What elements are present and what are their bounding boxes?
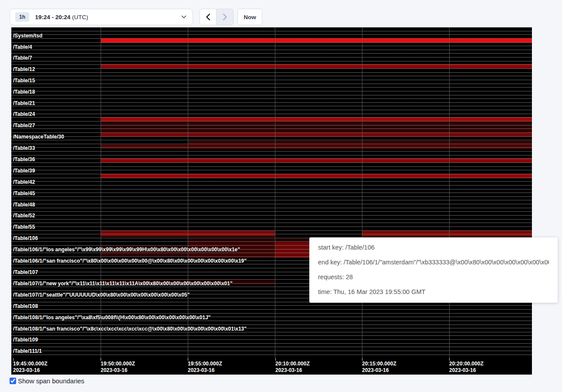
tooltip-requests: requests: 28 [318, 273, 549, 281]
top-boundary-line [11, 27, 532, 27]
span-label: /Table/21 [13, 101, 35, 106]
keyvis-canvas[interactable]: /System/tsd/Table/4/Table/7/Table/12/Tab… [11, 27, 532, 375]
tooltip-time: time: Thu, 16 Mar 2023 19:55:00 GMT [318, 287, 549, 296]
cell-tooltip: start key: /Table/106 end key: /Table/10… [309, 237, 558, 303]
time-nav-group [200, 9, 234, 25]
timezone-label: (UTC) [72, 14, 88, 20]
axis-tick-label: 20:10:00.000Z2023-03-16 [275, 361, 310, 374]
toolbar: 1h 19:24 - 20:24(UTC) Now [0, 0, 562, 27]
time-gridline [362, 27, 362, 358]
time-gridline [449, 27, 450, 358]
footer: Show span boundaries [10, 377, 85, 385]
axis-tick-label: 20:15:00.000Z2023-03-16 [362, 361, 396, 374]
span-label: /Table/18 [13, 89, 35, 95]
span-label: /Table/42 [13, 179, 35, 185]
duration-badge: 1h [15, 12, 29, 22]
span-label: /NamespaceTable/30 [13, 134, 64, 140]
keyvis-heatmap[interactable]: /System/tsd/Table/4/Table/7/Table/12/Tab… [11, 27, 532, 358]
span-label: /Table/106 [13, 236, 38, 241]
span-label: /Table/107 [13, 270, 38, 275]
tooltip-start-key: start key: /Table/106 [318, 243, 549, 252]
time-range-text: 19:24 - 20:24(UTC) [35, 14, 88, 20]
span-label: /Table/12 [13, 67, 35, 72]
time-axis: 19:45:00.000Z2023-03-1619:50:00.000Z2023… [11, 358, 532, 375]
span-label: /System/tsd [13, 33, 42, 39]
span-label: /Table/109 [13, 337, 38, 343]
span-label: /Table/106/1/"san francisco"/"\x80\x00\x… [13, 258, 247, 264]
span-label: /Table/24 [13, 112, 35, 117]
span-label: /Table/4 [13, 44, 32, 50]
span-label: /Table/108/1/"san francisco"/"\x8c\xcc\x… [13, 326, 247, 332]
time-gridline [188, 27, 188, 358]
span-label: /Table/48 [13, 202, 35, 208]
span-label: /Table/55 [13, 224, 35, 230]
span-label: /Table/33 [13, 145, 35, 151]
span-label: /Table/7 [13, 55, 32, 61]
span-label: /Table/107/1/"new york"/"\x11\x11\x11\x1… [13, 281, 233, 287]
span-label: /Table/108 [13, 304, 38, 309]
span-label: /Table/108/1/"los angeles"/"\xa8\xf5\u00… [13, 315, 211, 321]
time-range-select[interactable]: 1h 19:24 - 20:24(UTC) [10, 9, 193, 25]
previous-interval-button[interactable] [200, 9, 217, 25]
span-label: /Table/106/1/"los angeles"/"\x99\x99\x99… [13, 247, 240, 253]
time-range-value: 19:24 - 20:24 [35, 14, 70, 20]
span-label: /Table/52 [13, 213, 35, 219]
tooltip-end-key: end key: /Table/106/1/"amsterdam"/"\xb33… [318, 258, 549, 267]
span-label: /Table/111/1 [13, 348, 42, 354]
span-label: /Table/27 [13, 123, 35, 128]
show-span-boundaries-checkbox[interactable] [10, 378, 16, 384]
span-label: /Table/39 [13, 168, 35, 174]
chevron-down-icon [181, 15, 186, 19]
axis-tick-label: 19:45:00.000Z2023-03-16 [13, 361, 47, 374]
span-label: /Table/45 [13, 191, 35, 196]
axis-tick-label: 19:50:00.000Z2023-03-16 [101, 361, 135, 374]
axis-tick-label: 19:55:00.000Z2023-03-16 [188, 361, 222, 374]
span-label: /Table/36 [13, 157, 35, 162]
axis-tick-label: 20:20:00.000Z2023-03-16 [449, 361, 484, 374]
span-boundary-lines [11, 27, 532, 358]
span-label: /Table/15 [13, 78, 35, 84]
next-interval-button[interactable] [217, 9, 234, 25]
time-gridline [275, 27, 275, 358]
time-gridline [101, 27, 101, 358]
span-label: /Table/107/1/"seattle"/"UUUUUUD\x00\x80\… [13, 292, 190, 298]
show-span-boundaries-label: Show span boundaries [18, 377, 85, 385]
now-button[interactable]: Now [237, 9, 262, 25]
